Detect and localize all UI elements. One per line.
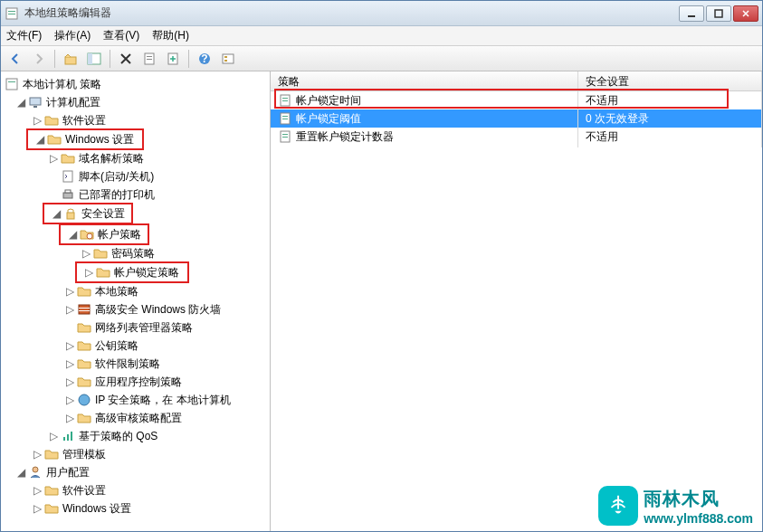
expand-icon[interactable]: ▷: [48, 431, 59, 442]
up-button[interactable]: [60, 48, 81, 70]
watermark-logo: [598, 486, 638, 526]
tree-security-settings[interactable]: ◢ 安全设置: [45, 204, 130, 223]
tree-user-windows[interactable]: ▷ Windows 设置: [1, 499, 270, 518]
folder-icon: [77, 320, 91, 335]
toolbar: ?: [1, 46, 762, 71]
expand-icon[interactable]: ▷: [48, 153, 59, 164]
tree-pane[interactable]: 本地计算机 策略 ◢ 计算机配置 ▷ 软件设置 ◢ Windows 设置: [1, 71, 271, 531]
svg-rect-1: [8, 11, 15, 12]
tree-lockout-policy[interactable]: ▷ 帐户锁定策略: [78, 263, 186, 281]
svg-rect-36: [282, 100, 288, 101]
ipsec-icon: [77, 393, 91, 407]
collapse-icon[interactable]: ◢: [51, 208, 62, 219]
expand-icon[interactable]: ▷: [64, 413, 75, 423]
watermark: 雨林木风 www.ylmf888.com: [598, 486, 753, 526]
tree-network-list[interactable]: 网络列表管理器策略: [1, 318, 270, 337]
svg-rect-19: [30, 98, 41, 105]
svg-rect-30: [63, 437, 65, 441]
collapse-icon[interactable]: ◢: [67, 229, 78, 240]
tree-user-config[interactable]: ◢ 用户配置: [1, 463, 270, 481]
filter-button[interactable]: [217, 48, 239, 70]
expand-icon[interactable]: ▷: [32, 485, 43, 496]
export-button[interactable]: [162, 48, 184, 70]
minimize-button[interactable]: [679, 5, 704, 22]
maximize-button[interactable]: [706, 5, 731, 22]
svg-rect-38: [282, 116, 288, 117]
tree-software-settings[interactable]: ▷ 软件设置: [1, 111, 270, 129]
collapse-icon[interactable]: ◢: [15, 97, 26, 108]
list-pane: 策略 安全设置 帐户锁定时间 不适用 帐户锁定阈值 0 次无效登录: [271, 71, 762, 531]
window-title: 本地组策略编辑器: [24, 5, 679, 21]
expand-icon[interactable]: ▷: [32, 503, 43, 514]
expand-icon[interactable]: ▷: [32, 115, 43, 126]
menu-action[interactable]: 操作(A): [54, 28, 91, 43]
expand-icon[interactable]: ▷: [64, 286, 75, 297]
policy-folder-icon: [80, 227, 94, 242]
tree-qos[interactable]: ▷ 基于策略的 QoS: [1, 427, 270, 445]
expand-icon[interactable]: ▷: [32, 449, 43, 460]
list-row-selected[interactable]: 帐户锁定阈值 0 次无效登录: [271, 109, 762, 128]
tree-printers[interactable]: 已部署的打印机: [1, 185, 270, 204]
column-policy[interactable]: 策略: [271, 71, 578, 90]
tree-name-resolution[interactable]: ▷ 域名解析策略: [1, 149, 270, 167]
tree-root[interactable]: 本地计算机 策略: [1, 75, 270, 93]
tree-user-software[interactable]: ▷ 软件设置: [1, 481, 270, 499]
policy-item-icon: [278, 111, 292, 126]
close-button[interactable]: [733, 5, 758, 22]
list-row[interactable]: 重置帐户锁定计数器 不适用: [271, 128, 762, 146]
tree-public-key[interactable]: ▷ 公钥策略: [1, 337, 270, 355]
collapse-icon[interactable]: ◢: [34, 134, 45, 145]
help-button[interactable]: ?: [194, 48, 215, 70]
back-button[interactable]: [5, 48, 26, 70]
watermark-url: www.ylmf888.com: [644, 511, 753, 526]
column-setting[interactable]: 安全设置: [578, 71, 762, 90]
expand-icon[interactable]: ▷: [64, 304, 75, 315]
expand-icon[interactable]: ▷: [64, 358, 75, 369]
folder-icon: [47, 132, 62, 147]
user-icon: [28, 465, 43, 480]
script-icon: [61, 169, 75, 184]
svg-rect-3: [688, 15, 695, 17]
tree-local-policies[interactable]: ▷ 本地策略: [1, 282, 270, 300]
svg-rect-35: [282, 98, 288, 99]
tree-windows-settings[interactable]: ◢ Windows 设置: [29, 130, 141, 148]
svg-rect-23: [65, 190, 71, 193]
list-row[interactable]: 帐户锁定时间 不适用: [271, 91, 762, 109]
tree-password-policy[interactable]: ▷ 密码策略: [1, 244, 270, 262]
expand-icon[interactable]: ▷: [64, 376, 75, 387]
menu-file[interactable]: 文件(F): [6, 28, 42, 43]
svg-rect-28: [79, 310, 90, 311]
expand-icon[interactable]: ▷: [81, 248, 91, 259]
tree-admin-templates[interactable]: ▷ 管理模板: [1, 445, 270, 463]
forward-button[interactable]: [28, 48, 50, 70]
qos-icon: [61, 429, 75, 443]
tree-ipsec[interactable]: ▷ IP 安全策略，在 本地计算机: [1, 391, 270, 409]
tree-computer-config[interactable]: ◢ 计算机配置: [1, 93, 270, 111]
menu-help[interactable]: 帮助(H): [152, 28, 189, 43]
show-hide-tree-button[interactable]: [83, 48, 105, 70]
expand-icon[interactable]: ▷: [83, 267, 94, 278]
properties-button[interactable]: [138, 48, 160, 70]
expand-icon[interactable]: ▷: [64, 394, 75, 405]
tree-software-restriction[interactable]: ▷ 软件限制策略: [1, 355, 270, 373]
firewall-icon: [77, 302, 91, 317]
tree-audit[interactable]: ▷ 高级审核策略配置: [1, 409, 270, 427]
svg-rect-4: [715, 10, 722, 17]
tree-firewall[interactable]: ▷ 高级安全 Windows 防火墙: [1, 300, 270, 318]
svg-rect-18: [8, 81, 15, 82]
menu-view[interactable]: 查看(V): [103, 28, 139, 43]
tree-scripts[interactable]: 脚本(启动/关机): [1, 167, 270, 185]
delete-button[interactable]: [115, 48, 137, 70]
svg-rect-15: [224, 56, 227, 58]
collapse-icon[interactable]: ◢: [15, 467, 26, 478]
folder-icon: [44, 483, 59, 498]
svg-rect-24: [67, 213, 74, 219]
folder-icon: [77, 375, 91, 389]
tree-app-control[interactable]: ▷ 应用程序控制策略: [1, 373, 270, 391]
expand-icon[interactable]: ▷: [64, 340, 75, 351]
svg-rect-14: [223, 54, 234, 63]
computer-icon: [28, 95, 43, 109]
svg-rect-20: [33, 106, 37, 108]
app-icon: [5, 6, 19, 21]
tree-account-policies[interactable]: ◢ 帐户策略: [62, 225, 147, 243]
